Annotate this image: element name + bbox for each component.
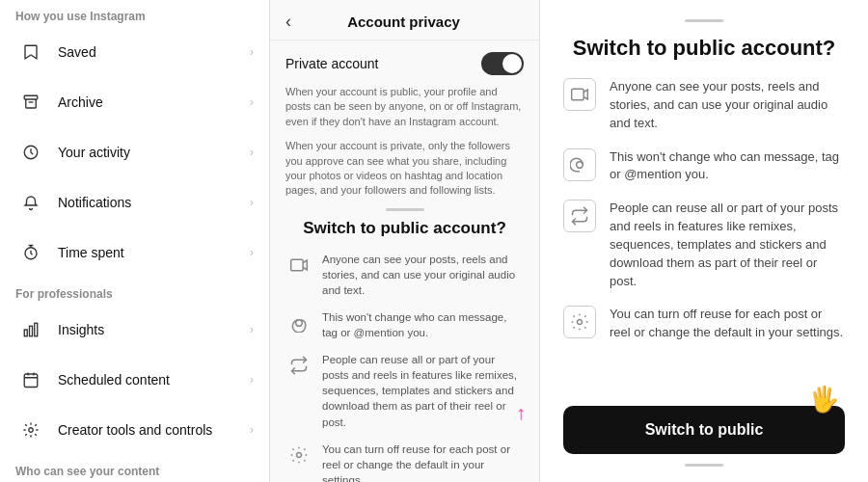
screen-title: Account privacy [303, 13, 504, 30]
svg-point-7 [29, 428, 34, 433]
right-bottom-bar [685, 464, 723, 467]
svg-rect-16 [572, 89, 584, 100]
right-panel-switch-public: Switch to public account? Anyone can see… [540, 0, 868, 482]
switch-item-0: Anyone can see your posts, reels and sto… [285, 252, 524, 298]
sidebar-item-notifications[interactable]: Notifications › [0, 177, 269, 228]
switch-item-2: People can reuse all or part of your pos… [285, 352, 524, 429]
divider-bar [386, 208, 424, 211]
right-item-3: You can turn off reuse for each post or … [563, 306, 845, 342]
sidebar-item-creator-tools[interactable]: Creator tools and controls › [0, 405, 269, 455]
toggle-knob [502, 54, 522, 73]
right-at-icon [563, 148, 596, 181]
chart-icon [15, 314, 46, 345]
creator-tools-chevron: › [250, 423, 254, 437]
scheduled-label: Scheduled content [58, 372, 250, 388]
switch-item-text-2: People can reuse all or part of your pos… [322, 352, 524, 429]
svg-rect-13 [291, 259, 304, 271]
private-account-row: Private account [285, 52, 524, 75]
saved-label: Saved [58, 44, 250, 60]
privacy-scroll-area[interactable]: Private account When your account is pub… [270, 40, 539, 482]
clock-icon [15, 137, 46, 168]
annotation-arrow-right: 🖐 [808, 385, 839, 415]
svg-rect-6 [24, 374, 38, 388]
archive-icon [15, 87, 46, 118]
private-account-toggle[interactable] [481, 52, 524, 75]
svg-rect-4 [30, 326, 33, 336]
sidebar-item-insights[interactable]: Insights › [0, 305, 269, 355]
right-top-divider [685, 19, 723, 22]
your-activity-chevron: › [250, 146, 254, 159]
back-button[interactable]: ‹ [285, 12, 291, 32]
calendar-icon [15, 364, 46, 395]
privacy-desc-private: When your account is private, only the f… [285, 139, 524, 199]
svg-point-15 [297, 452, 302, 457]
right-item-1: This won't change who can message, tag o… [563, 148, 845, 185]
svg-point-18 [578, 320, 583, 325]
sidebar-item-time-spent[interactable]: Time spent › [0, 228, 269, 278]
scheduled-chevron: › [250, 373, 254, 387]
section-header-how: How you use Instagram [0, 0, 269, 27]
svg-rect-3 [24, 330, 27, 336]
svg-rect-0 [24, 95, 38, 99]
screen-header: ‹ Account privacy [270, 0, 539, 40]
right-video-icon [563, 78, 596, 111]
right-switch-title: Switch to public account? [563, 36, 845, 61]
switch-to-public-button-right[interactable]: Switch to public [563, 406, 845, 454]
notifications-chevron: › [250, 196, 254, 209]
account-privacy-screen: ‹ Account privacy Private account When y… [270, 0, 540, 482]
video-box-icon [285, 252, 312, 279]
right-item-text-2: People can reuse all or part of your pos… [610, 200, 845, 290]
archive-label: Archive [58, 94, 250, 110]
time-spent-label: Time spent [58, 245, 250, 260]
right-items-list: Anyone can see your posts, reels and sto… [563, 78, 845, 394]
tools-icon [15, 415, 46, 445]
bell-icon [15, 187, 46, 218]
archive-chevron: › [250, 95, 254, 109]
switch-item-text-0: Anyone can see your posts, reels and sto… [322, 252, 524, 298]
sidebar-item-your-activity[interactable]: Your activity › [0, 127, 269, 177]
at-sign-icon [285, 309, 312, 336]
section-header-who-can-see: Who can see your content [0, 455, 269, 482]
sidebar-item-saved[interactable]: Saved › [0, 27, 269, 77]
saved-chevron: › [250, 45, 254, 59]
settings-panel: How you use Instagram Saved › Archive › … [0, 0, 270, 482]
right-cog-icon [563, 306, 596, 338]
right-item-text-1: This won't change who can message, tag o… [610, 148, 845, 185]
switch-title: Switch to public account? [285, 219, 524, 238]
sidebar-item-scheduled[interactable]: Scheduled content › [0, 355, 269, 405]
right-item-0: Anyone can see your posts, reels and sto… [563, 78, 845, 133]
annotation-arrow-middle: ↑ [516, 402, 526, 424]
right-item-2: People can reuse all or part of your pos… [563, 200, 845, 290]
private-account-label: Private account [285, 56, 379, 71]
right-reuse-icon [563, 200, 596, 232]
right-item-text-3: You can turn off reuse for each post or … [610, 306, 845, 342]
switch-item-text-1: This won't change who can message, tag o… [322, 309, 524, 340]
timer-icon [15, 237, 46, 268]
sidebar-item-archive[interactable]: Archive › [0, 77, 269, 127]
your-activity-label: Your activity [58, 145, 250, 160]
notifications-label: Notifications [58, 195, 250, 210]
switch-item-1: This won't change who can message, tag o… [285, 309, 524, 340]
reuse-icon [285, 352, 312, 379]
insights-label: Insights [58, 322, 250, 337]
settings-cog-icon-middle [285, 442, 312, 469]
bookmark-icon [15, 37, 46, 67]
insights-chevron: › [250, 323, 254, 336]
time-spent-chevron: › [250, 246, 254, 259]
switch-item-text-3: You can turn off reuse for each post or … [322, 442, 524, 482]
creator-tools-label: Creator tools and controls [58, 422, 250, 438]
right-item-text-0: Anyone can see your posts, reels and sto… [610, 78, 845, 133]
privacy-desc-public: When your account is public, your profil… [285, 85, 524, 129]
switch-item-3: You can turn off reuse for each post or … [285, 442, 524, 482]
svg-rect-5 [35, 323, 38, 336]
section-header-professionals: For professionals [0, 278, 269, 305]
